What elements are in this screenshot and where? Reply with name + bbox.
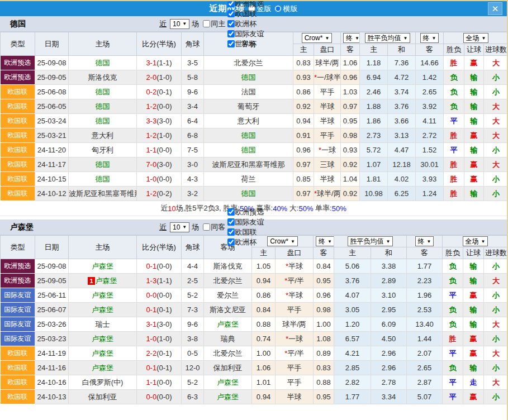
wdl-average-value: 胜平负均值 bbox=[350, 237, 384, 246]
competition-filter-option[interactable]: 欧洲预选 bbox=[225, 0, 264, 9]
wdl-average-select[interactable]: 胜平负均值▼ bbox=[365, 33, 411, 43]
competition-filters: 欧洲预选欧国联欧洲杯国际友谊世界杯 bbox=[225, 0, 264, 49]
odds-away-cell: 0.98 bbox=[314, 303, 334, 317]
competition-checkbox[interactable] bbox=[227, 20, 235, 27]
competition-filter-option[interactable]: 欧洲杯 bbox=[225, 237, 264, 247]
goals-result-cell: 小 bbox=[484, 259, 508, 274]
competition-checkbox[interactable] bbox=[227, 208, 235, 216]
odds-source-select[interactable]: Crow*▼ bbox=[267, 236, 298, 246]
handicap-value: 平手 bbox=[287, 378, 302, 386]
full-time-score: 3-1 bbox=[146, 320, 156, 328]
goals-result-cell: 小 bbox=[484, 288, 508, 303]
competition-cell: 国际友谊 bbox=[1, 317, 35, 332]
avg-away-cell: 3.92 bbox=[416, 99, 444, 114]
competition-badge: 欧国联 bbox=[1, 390, 35, 404]
handicap-result-cell: 输 bbox=[464, 143, 484, 157]
away-team-name: 法国 bbox=[241, 88, 256, 96]
home-team-name: 瑞士 bbox=[96, 320, 110, 328]
goals-result-cell-value: 大 bbox=[492, 117, 500, 125]
competition-filter-option[interactable]: 国际友谊 bbox=[225, 217, 264, 227]
competition-checkbox[interactable] bbox=[227, 238, 235, 246]
date-cell: 25-09-08 bbox=[35, 56, 69, 70]
same-venue-checkbox[interactable] bbox=[203, 223, 210, 231]
layout-horizontal-option[interactable]: 横版 bbox=[274, 4, 298, 14]
goals-result-cell: 小 bbox=[484, 187, 508, 201]
wdl-final-select[interactable]: 终▼ bbox=[420, 33, 439, 43]
odds-home-cell: 1.06 bbox=[252, 361, 276, 375]
half-time-score: (3-0) bbox=[156, 117, 172, 125]
competition-checkbox[interactable] bbox=[227, 30, 235, 37]
score-cell: 2-2(0-1) bbox=[137, 346, 182, 361]
handicap-cell: *平/半 bbox=[276, 274, 314, 288]
full-time-score: 1-2 bbox=[146, 131, 156, 140]
competition-badge: 欧洲预选 bbox=[1, 70, 35, 84]
col-avg-draw: 和 bbox=[388, 44, 416, 56]
away-team-cell: 斯洛伐克 bbox=[204, 259, 252, 274]
col-result: 胜负 bbox=[444, 44, 464, 56]
match-count-select[interactable]: 10▼ bbox=[170, 19, 189, 29]
same-venue-option[interactable]: 同客 bbox=[199, 222, 225, 232]
competition-filter-option[interactable]: 世界杯 bbox=[225, 39, 264, 49]
score-cell: 1-2(0-2) bbox=[137, 187, 182, 201]
result-cell: 平 bbox=[444, 114, 464, 128]
home-team-name: 德国 bbox=[96, 117, 110, 125]
period-select[interactable]: 全场▼ bbox=[463, 33, 489, 43]
match-count-select[interactable]: 10▼ bbox=[170, 222, 189, 232]
odds-home-cell: 1.05 bbox=[252, 259, 276, 274]
competition-checkbox[interactable] bbox=[227, 228, 235, 236]
half-time-score: (0-0) bbox=[156, 393, 172, 401]
handicap-cell: *一/球半 bbox=[314, 70, 341, 85]
avg-draw-cell: 3.76 bbox=[388, 99, 416, 114]
handicap-result-cell: 输 bbox=[464, 99, 484, 114]
wdl-final-select[interactable]: 终▼ bbox=[415, 236, 434, 246]
competition-label: 国际友谊 bbox=[235, 217, 264, 227]
competition-filter-option[interactable]: 欧洲杯 bbox=[225, 19, 264, 29]
odds-away-cell: 1.03 bbox=[341, 85, 360, 99]
home-team-cell: 斯洛伐克 bbox=[69, 70, 137, 85]
competition-checkbox[interactable] bbox=[227, 40, 235, 47]
match-row: 国际友谊25-06-07卢森堡0-1(0-1)7-3斯洛文尼亚0.84平手0.9… bbox=[1, 303, 508, 317]
half-time-score: (3-0) bbox=[156, 160, 172, 169]
avg-home-cell: 4.07 bbox=[334, 288, 371, 303]
home-team-name: 卢森堡 bbox=[92, 335, 113, 343]
half-time-score: (1-1) bbox=[156, 276, 172, 285]
handicap-cell: 平手 bbox=[276, 361, 314, 375]
col-date: 日期 bbox=[35, 236, 69, 259]
wdl-average-select[interactable]: 胜平负均值▼ bbox=[348, 236, 393, 246]
home-team-cell: 卢森堡 bbox=[69, 259, 137, 274]
same-venue-option[interactable]: 同主 bbox=[199, 19, 225, 29]
odds-away-cell: 1.06 bbox=[341, 56, 360, 70]
competition-filter-option[interactable]: 欧洲预选 bbox=[225, 207, 264, 217]
competition-filter-option[interactable]: 国际友谊 bbox=[225, 29, 264, 39]
result-cell: 平 bbox=[444, 143, 464, 157]
result-cell-value: 负 bbox=[450, 102, 458, 111]
competition-cell: 国际友谊 bbox=[1, 303, 35, 317]
avg-away-cell: 2.23 bbox=[407, 274, 443, 288]
odds-final-select[interactable]: 终▼ bbox=[316, 236, 334, 246]
goals-result-cell: 大 bbox=[484, 128, 508, 143]
avg-draw-cell: 3.38 bbox=[371, 259, 407, 274]
competition-checkbox[interactable] bbox=[227, 218, 235, 226]
layout-horizontal-radio[interactable] bbox=[274, 5, 282, 12]
competition-checkbox[interactable] bbox=[227, 10, 235, 17]
col-handicap-result: 让球 bbox=[464, 44, 484, 56]
score-cell: 3-1(1-1) bbox=[137, 56, 182, 70]
goals-result-cell-value: 大 bbox=[492, 349, 500, 357]
avg-away-cell: 1.24 bbox=[416, 187, 444, 201]
avg-draw-cell: 3.74 bbox=[388, 85, 416, 99]
corner-cell: 9-6 bbox=[182, 85, 204, 99]
close-button[interactable]: ✕ bbox=[488, 2, 502, 15]
odds-source-select[interactable]: Crow*▼ bbox=[302, 33, 333, 43]
odds-final-select[interactable]: 终▼ bbox=[343, 33, 360, 43]
handicap-result-cell: 赢 bbox=[463, 332, 484, 346]
competition-filter-option[interactable]: 欧国联 bbox=[225, 227, 264, 237]
competition-cell: 欧国联 bbox=[1, 143, 35, 157]
same-venue-checkbox[interactable] bbox=[203, 20, 210, 27]
match-row: 国际友谊25-06-11卢森堡0-0(0-0)5-2爱尔兰0.86*半球0.96… bbox=[1, 288, 508, 303]
goals-result-cell: 大 bbox=[484, 56, 508, 70]
period-select[interactable]: 全场▼ bbox=[463, 236, 488, 246]
competition-checkbox[interactable] bbox=[227, 0, 235, 7]
competition-badge: 欧国联 bbox=[1, 99, 35, 113]
competition-filter-option[interactable]: 欧国联 bbox=[225, 9, 264, 19]
handicap-value: 球半/两 bbox=[315, 59, 339, 67]
